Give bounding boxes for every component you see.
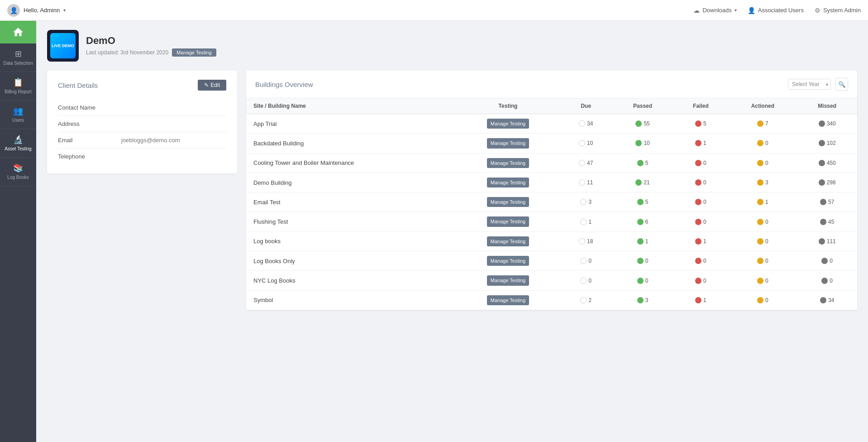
form-label-3: Telephone — [58, 153, 121, 160]
num-passed-8: 0 — [645, 278, 649, 284]
col-header-failed: Failed — [673, 98, 729, 114]
user-dropdown-caret[interactable]: ▾ — [63, 8, 66, 13]
cell-testing-8: Manage Testing — [456, 271, 560, 290]
sidebar-item-label-log-books: Log Books — [7, 175, 29, 180]
manage-testing-button-0[interactable]: Manage Testing — [487, 119, 529, 129]
num-due-4: 3 — [588, 199, 591, 205]
col-header-missed: Missed — [797, 98, 857, 114]
cell-building-name-1: Backdated Building — [246, 134, 456, 153]
num-failed-4: 0 — [703, 199, 706, 205]
dot-passed-6 — [637, 238, 644, 245]
user-label: Hello, Adminn — [24, 7, 60, 14]
edit-button[interactable]: ✎ Edit — [198, 80, 226, 91]
cell-testing-1: Manage Testing — [456, 134, 560, 153]
dot-missed-8 — [821, 278, 828, 284]
num-failed-6: 1 — [703, 238, 706, 245]
dot-due-2 — [579, 160, 585, 166]
dot-actioned-6 — [757, 238, 763, 245]
table-row: App Trial Manage Testing 34 55 5 7 340 — [246, 114, 857, 134]
num-actioned-6: 0 — [765, 238, 768, 245]
cell-missed-6: 111 — [797, 231, 857, 251]
sidebar-home-button[interactable] — [0, 21, 36, 43]
client-updated-row: Last updated: 3rd November 2020 Manage T… — [86, 48, 216, 57]
dot-failed-9 — [695, 297, 701, 303]
client-header: LIVE DEMO DemO Last updated: 3rd Novembe… — [47, 30, 857, 62]
manage-testing-button-6[interactable]: Manage Testing — [487, 236, 529, 246]
manage-testing-button-2[interactable]: Manage Testing — [487, 158, 529, 168]
cell-due-7: 0 — [560, 251, 612, 271]
dot-failed-0 — [695, 120, 701, 127]
sidebar-item-users[interactable]: 👥 Users — [0, 101, 36, 129]
manage-testing-button-9[interactable]: Manage Testing — [487, 295, 529, 305]
cell-failed-6: 1 — [673, 231, 729, 251]
cell-missed-0: 340 — [797, 114, 857, 134]
cell-testing-5: Manage Testing — [456, 212, 560, 231]
cell-passed-0: 55 — [612, 114, 673, 134]
manage-testing-button-8[interactable]: Manage Testing — [487, 275, 529, 285]
num-missed-9: 34 — [828, 297, 834, 303]
cell-due-8: 0 — [560, 271, 612, 290]
cell-due-9: 2 — [560, 290, 612, 310]
dot-due-8 — [580, 278, 587, 284]
num-missed-3: 298 — [827, 179, 836, 186]
right-panel: Buildings Overview Select Year 🔍 — [246, 71, 857, 310]
num-passed-2: 5 — [645, 160, 649, 166]
cell-building-name-2: Cooling Tower and Boiler Maintenance — [246, 153, 456, 173]
num-due-7: 0 — [588, 258, 591, 264]
select-year-wrapper: Select Year — [788, 79, 831, 90]
sidebar-item-billing-report[interactable]: 📋 Billing Report — [0, 72, 36, 101]
num-due-0: 34 — [587, 120, 593, 127]
manage-testing-button-5[interactable]: Manage Testing — [487, 216, 529, 226]
dot-failed-8 — [695, 278, 701, 284]
cell-failed-3: 0 — [673, 173, 729, 192]
downloads-nav-item[interactable]: ☁ Downloads ▾ — [693, 7, 736, 14]
downloads-caret: ▾ — [734, 8, 737, 13]
sidebar-item-asset-testing[interactable]: 🔬 Asset Testing — [0, 129, 36, 158]
cell-building-name-6: Log books — [246, 231, 456, 251]
num-passed-0: 55 — [644, 120, 649, 127]
cell-failed-0: 5 — [673, 114, 729, 134]
buildings-table: Site / Building Name Testing Due Passed … — [246, 98, 857, 310]
manage-testing-button-4[interactable]: Manage Testing — [487, 197, 529, 207]
system-admin-nav-item[interactable]: ⚙ System Admin — [815, 7, 861, 14]
table-row: Email Test Manage Testing 3 5 0 1 57 — [246, 192, 857, 212]
associated-users-label: Associated Users — [758, 7, 804, 14]
num-missed-1: 102 — [827, 140, 836, 146]
table-row: Demo Building Manage Testing 11 21 0 3 2… — [246, 173, 857, 192]
select-year-dropdown[interactable]: Select Year — [788, 79, 831, 90]
cell-failed-7: 0 — [673, 251, 729, 271]
table-row: Symbol Manage Testing 2 3 1 0 34 — [246, 290, 857, 310]
num-due-2: 47 — [587, 160, 593, 166]
table-row: Log Books Only Manage Testing 0 0 0 0 0 — [246, 251, 857, 271]
client-manage-testing-button[interactable]: Manage Testing — [172, 48, 216, 57]
num-actioned-8: 0 — [765, 278, 768, 284]
data-selection-icon: ⊞ — [15, 49, 22, 59]
num-failed-8: 0 — [703, 278, 706, 284]
dot-actioned-3 — [757, 179, 763, 186]
cell-passed-1: 10 — [612, 134, 673, 153]
dot-passed-3 — [635, 179, 642, 186]
cell-passed-3: 21 — [612, 173, 673, 192]
num-actioned-3: 3 — [765, 179, 768, 186]
cell-missed-3: 298 — [797, 173, 857, 192]
search-button[interactable]: 🔍 — [835, 78, 848, 91]
associated-users-nav-item[interactable]: 👤 Associated Users — [748, 7, 804, 14]
cell-passed-7: 0 — [612, 251, 673, 271]
num-passed-5: 6 — [645, 219, 649, 225]
sidebar-item-data-selection[interactable]: ⊞ Data Selection — [0, 43, 36, 72]
cell-passed-4: 5 — [612, 192, 673, 212]
dot-actioned-9 — [757, 297, 763, 303]
num-passed-1: 10 — [644, 140, 649, 146]
num-failed-3: 0 — [703, 179, 706, 186]
form-row-contact-name: Contact Name — [58, 100, 226, 116]
manage-testing-button-3[interactable]: Manage Testing — [487, 178, 529, 187]
manage-testing-button-7[interactable]: Manage Testing — [487, 256, 529, 266]
cell-actioned-1: 0 — [728, 134, 797, 153]
manage-testing-button-1[interactable]: Manage Testing — [487, 138, 529, 148]
dot-actioned-7 — [757, 258, 763, 264]
num-missed-7: 0 — [830, 258, 833, 264]
col-header-passed: Passed — [612, 98, 673, 114]
sidebar-item-log-books[interactable]: 📚 Log Books — [0, 158, 36, 186]
cell-passed-6: 1 — [612, 231, 673, 251]
billing-report-icon: 📋 — [13, 77, 23, 87]
